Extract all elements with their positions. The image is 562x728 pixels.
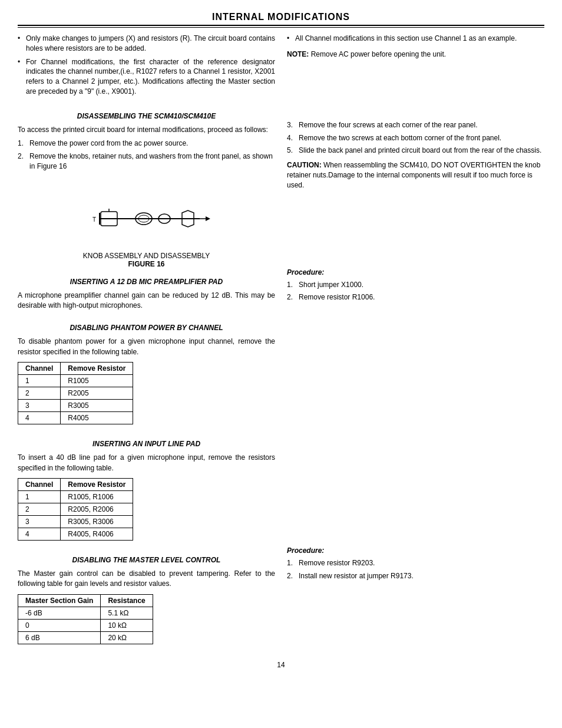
table-cell: 5.1 kΩ	[101, 607, 153, 619]
section3-col-header-1: Channel	[18, 363, 61, 375]
section1-steps-right: 3. Remove the four screws at each corner…	[287, 120, 544, 156]
note-label: NOTE:	[287, 50, 309, 58]
table-cell: R2005	[61, 387, 133, 400]
section3-col-header-2: Remove Resistor	[61, 363, 133, 375]
step-num: 3.	[287, 120, 295, 130]
step-num: 2.	[18, 151, 26, 172]
intro-bullet-2: For Channel modifications, the first cha…	[18, 57, 275, 97]
section1-step-1: 1. Remove the power cord from the ac pow…	[18, 139, 275, 149]
section2-body: A microphone preamplifier channel gain c…	[18, 291, 275, 311]
section3-heading: DISABLING PHANTOM POWER BY CHANNEL	[18, 324, 275, 332]
step-text: Remove the knobs, retainer nuts, and was…	[29, 151, 275, 172]
table-cell: 3	[18, 400, 61, 412]
table-cell: 1	[18, 375, 61, 387]
intro-bullet-1: Only make changes to jumpers (X) and res…	[18, 34, 275, 54]
section1-steps-left: 1. Remove the power cord from the ac pow…	[18, 139, 275, 171]
section3-left: DISABLING PHANTOM POWER BY CHANNEL To di…	[18, 314, 275, 430]
section4: INSERTING AN INPUT LINE PAD To insert a …	[18, 430, 544, 546]
section1-heading: DISASSEMBLING THE SCM410/SCM410E	[18, 112, 275, 120]
section2: INSERTING A 12 DB MIC PREAMPLIFIER PAD A…	[18, 268, 544, 315]
intro-note: NOTE: Remove AC power before opening the…	[287, 50, 544, 60]
table-cell: R1005, R1006	[61, 490, 133, 503]
page-number: 14	[18, 661, 544, 669]
intro-section: Only make changes to jumpers (X) and res…	[18, 34, 544, 103]
table-row: 4R4005	[18, 412, 133, 424]
section1-step-3: 3. Remove the four screws at each corner…	[287, 120, 544, 130]
table-cell: R4005	[61, 412, 133, 424]
section2-steps: 1. Short jumper X1000. 2. Remove resisto…	[287, 280, 544, 303]
intro-col-right: All Channel modifications in this sectio…	[287, 34, 544, 103]
section5-body: The Master gain control can be disabled …	[18, 569, 275, 589]
section5-heading: DISABLING THE MASTER LEVEL CONTROL	[18, 556, 275, 564]
section5-col-header-1: Master Section Gain	[18, 594, 101, 607]
table-cell: 20 kΩ	[101, 631, 153, 644]
table-cell: R4005, R4006	[61, 528, 133, 540]
table-row: 010 kΩ	[18, 619, 153, 631]
figure-caption-top: KNOB ASSEMBLY AND DISASSEMBLY	[18, 252, 275, 260]
svg-marker-12	[206, 216, 210, 221]
page-title: INTERNAL MODIFICATIONS	[18, 12, 544, 22]
section5-step-1: 1. Remove resistor R9203.	[287, 558, 544, 568]
knob-figure: T	[18, 176, 275, 247]
table-row: 3R3005	[18, 400, 133, 412]
table-cell: R1005	[61, 375, 133, 387]
intro-col-left: Only make changes to jumpers (X) and res…	[18, 34, 275, 103]
step-text: Slide the back panel and printed circuit…	[299, 146, 541, 156]
section5-left: DISABLING THE MASTER LEVEL CONTROL The M…	[18, 546, 275, 650]
section4-col-header-1: Channel	[18, 478, 61, 490]
caution-body: When reassembling the SCM410, DO NOT OVE…	[287, 161, 540, 189]
table-row: 4R4005, R4006	[18, 528, 133, 540]
section5-right: Procedure: 1. Remove resistor R9203. 2. …	[287, 546, 544, 650]
intro-bullets-left: Only make changes to jumpers (X) and res…	[18, 34, 275, 97]
table-row: 3R3005, R3006	[18, 515, 133, 528]
step-text: Remove the four screws at each corner of…	[299, 120, 478, 130]
step-num: 4.	[287, 133, 295, 143]
table-cell: 6 dB	[18, 631, 101, 644]
section4-col-header-2: Remove Resistor	[61, 478, 133, 490]
table-cell: R2005, R2006	[61, 503, 133, 515]
section3-body: To disable phantom power for a given mic…	[18, 337, 275, 357]
section2-step-1: 1. Short jumper X1000.	[287, 280, 544, 290]
section1-step-5: 5. Slide the back panel and printed circ…	[287, 146, 544, 156]
step-num: 1.	[18, 139, 26, 149]
section2-left: INSERTING A 12 DB MIC PREAMPLIFIER PAD A…	[18, 268, 275, 315]
section4-right	[287, 430, 544, 546]
table-cell: R3005, R3006	[61, 515, 133, 528]
note-body: Remove AC power before opening the unit.	[311, 50, 446, 58]
section3-right	[287, 314, 544, 430]
section3-table: Channel Remove Resistor 1R10052R20053R30…	[18, 362, 133, 424]
table-cell: 3	[18, 515, 61, 528]
section5: DISABLING THE MASTER LEVEL CONTROL The M…	[18, 546, 544, 650]
table-cell: 4	[18, 528, 61, 540]
table-row: 2R2005, R2006	[18, 503, 133, 515]
section4-left: INSERTING AN INPUT LINE PAD To insert a …	[18, 430, 275, 546]
step-text: Remove the two screws at each bottom cor…	[299, 133, 501, 143]
title-rule-top	[18, 25, 544, 26]
figure-caption-bottom: FIGURE 16	[18, 260, 275, 268]
section5-col-header-2: Resistance	[101, 594, 153, 607]
section1-step-2: 2. Remove the knobs, retainer nuts, and …	[18, 151, 275, 172]
section1-step-4: 4. Remove the two screws at each bottom …	[287, 133, 544, 143]
section1-intro: To access the printed circuit board for …	[18, 125, 275, 135]
table-row: 6 dB20 kΩ	[18, 631, 153, 644]
section2-right: Procedure: 1. Short jumper X1000. 2. Rem…	[287, 268, 544, 315]
section1-caution: CAUTION: When reassembling the SCM410, D…	[287, 160, 544, 190]
section1-left: DISASSEMBLING THE SCM410/SCM410E To acce…	[18, 103, 275, 268]
table-cell: 10 kΩ	[101, 619, 153, 631]
section5-steps: 1. Remove resistor R9203. 2. Install new…	[287, 558, 544, 581]
section1-right: 3. Remove the four screws at each corner…	[287, 103, 544, 268]
section5-table: Master Section Gain Resistance -6 dB5.1 …	[18, 594, 153, 644]
intro-bullet-right-1: All Channel modifications in this sectio…	[287, 34, 544, 44]
table-cell: 0	[18, 619, 101, 631]
knob-assembly-svg: T	[82, 176, 211, 247]
table-cell: R3005	[61, 400, 133, 412]
table-cell: 2	[18, 503, 61, 515]
section5-procedure-label: Procedure:	[287, 546, 544, 555]
step-text: Remove the power cord from the ac power …	[29, 139, 188, 149]
section3: DISABLING PHANTOM POWER BY CHANNEL To di…	[18, 314, 544, 430]
section1: DISASSEMBLING THE SCM410/SCM410E To acce…	[18, 103, 544, 268]
section2-step-2: 2. Remove resistor R1006.	[287, 292, 544, 302]
section2-procedure-label: Procedure:	[287, 268, 544, 276]
table-cell: 1	[18, 490, 61, 503]
table-row: 1R1005, R1006	[18, 490, 133, 503]
